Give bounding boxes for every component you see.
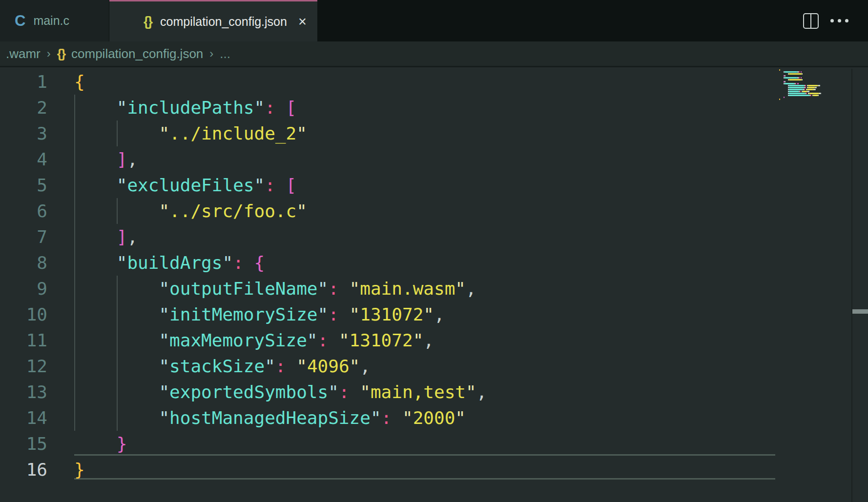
json-braces-icon: {} (144, 14, 152, 29)
line-number: 1 (0, 69, 47, 95)
more-actions-icon[interactable] (830, 19, 848, 22)
code-editor[interactable]: 1{2 "includePaths": [3 "../include_2"4 ]… (0, 69, 868, 502)
editor-actions (803, 0, 848, 41)
line-number: 10 (0, 301, 47, 327)
code-line-text: "maxMemorySize": "131072", (74, 327, 434, 353)
code-line-text: "initMemorySize": "131072", (74, 301, 445, 327)
minimap[interactable] (776, 69, 851, 502)
line-number: 11 (0, 327, 47, 353)
line-number: 15 (0, 431, 47, 457)
tab-compilation-config-json[interactable]: {} compilation_config.json × (109, 0, 317, 41)
code-line-text: "exportedSymbols": "main,test", (74, 379, 487, 405)
tab-label: main.c (33, 14, 69, 28)
minimap-line (776, 98, 851, 100)
code-line-text: "includePaths": [ (74, 95, 296, 120)
code-line-text: "../src/foo.c" (74, 198, 307, 224)
code-line-text: ], (74, 224, 138, 250)
split-editor-icon[interactable] (803, 13, 819, 29)
code-line-text: ], (74, 146, 138, 172)
vertical-scrollbar[interactable] (852, 69, 868, 502)
line-number: 8 (0, 250, 47, 276)
code-line-text: } (74, 457, 85, 482)
line-number: 7 (0, 224, 47, 250)
c-lang-icon: C (15, 12, 25, 30)
tab-label: compilation_config.json (160, 15, 287, 29)
breadcrumb-item-symbol-ellipsis[interactable]: ... (220, 46, 230, 61)
chevron-right-icon: › (209, 47, 213, 60)
code-line[interactable]: 12 "stackSize": "4096", (0, 353, 868, 379)
line-number: 16 (0, 457, 47, 482)
code-line-text: { (74, 69, 85, 95)
close-tab-icon[interactable]: × (298, 15, 307, 29)
vscode-editor-window: C main.c {} compilation_config.json × .w… (0, 0, 868, 502)
code-line-text: "excludeFiles": [ (74, 172, 296, 198)
code-line[interactable]: 9 "outputFileName": "main.wasm", (0, 276, 868, 301)
code-line[interactable]: 16} (0, 457, 868, 482)
line-number: 14 (0, 405, 47, 431)
code-line-text: } (74, 431, 127, 457)
code-line[interactable]: 1{ (0, 69, 868, 95)
line-number: 9 (0, 276, 47, 301)
line-number: 2 (0, 95, 47, 120)
line-number: 6 (0, 198, 47, 224)
code-line-text: "outputFileName": "main.wasm", (74, 276, 476, 301)
code-line[interactable]: 8 "buildArgs": { (0, 250, 868, 276)
code-line[interactable]: 14 "hostManagedHeapSize": "2000" (0, 405, 868, 431)
breadcrumb: .wamr › {} compilation_config.json › ... (0, 41, 868, 67)
code-line[interactable]: 5 "excludeFiles": [ (0, 172, 868, 198)
line-number: 5 (0, 172, 47, 198)
code-line[interactable]: 6 "../src/foo.c" (0, 198, 868, 224)
code-line[interactable]: 13 "exportedSymbols": "main,test", (0, 379, 868, 405)
line-number: 3 (0, 120, 47, 146)
code-line-text: "hostManagedHeapSize": "2000" (74, 405, 466, 431)
code-line[interactable]: 2 "includePaths": [ (0, 95, 868, 120)
line-number: 12 (0, 353, 47, 379)
breadcrumb-item-folder[interactable]: .wamr (6, 46, 41, 61)
code-line[interactable]: 4 ], (0, 146, 868, 172)
code-line[interactable]: 10 "initMemorySize": "131072", (0, 301, 868, 327)
json-braces-icon: {} (57, 46, 65, 61)
chevron-right-icon: › (47, 47, 51, 60)
code-line-text: "../include_2" (74, 120, 307, 146)
scroll-position-marker (852, 309, 868, 314)
line-number: 13 (0, 379, 47, 405)
tab-main-c[interactable]: C main.c (0, 0, 109, 41)
code-line-text: "stackSize": "4096", (74, 353, 371, 379)
code-line-text: "buildArgs": { (74, 250, 265, 276)
editor-tab-bar: C main.c {} compilation_config.json × (0, 0, 868, 41)
code-line[interactable]: 3 "../include_2" (0, 120, 868, 146)
code-line[interactable]: 15 } (0, 431, 868, 457)
breadcrumb-item-file[interactable]: compilation_config.json (71, 46, 203, 61)
code-lines: 1{2 "includePaths": [3 "../include_2"4 ]… (0, 69, 868, 482)
line-number: 4 (0, 146, 47, 172)
code-line[interactable]: 7 ], (0, 224, 868, 250)
code-line[interactable]: 11 "maxMemorySize": "131072", (0, 327, 868, 353)
